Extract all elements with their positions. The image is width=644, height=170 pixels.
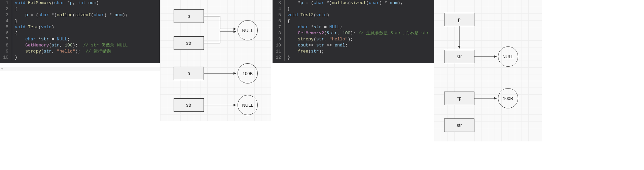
code-line: 3 *p = (char *)malloc(sizeof(char) * num… (273, 0, 434, 6)
line-number: 5 (0, 24, 12, 30)
line-number: 1 (0, 0, 12, 6)
code-text: } (15, 55, 160, 61)
line-number: 11 (273, 48, 285, 55)
code-text: strcpy(str, "hello"); (287, 36, 434, 42)
code-text: } (15, 18, 160, 24)
line-number: 4 (273, 6, 285, 12)
code-text: GetMemory(str, 100); // str 仍然为 NULL (15, 42, 160, 48)
code-line: 6{ (0, 30, 160, 36)
diagram-circle-100b: 100B (498, 88, 518, 108)
code-line: 2{ (0, 6, 160, 12)
code-text: { (15, 30, 160, 36)
code-line: 9 strcpy(str, "hello"); // 运行错误 (0, 48, 160, 55)
scrollbar-track[interactable]: ◂ (0, 67, 160, 71)
code-line: 5void Test2(void) (273, 12, 434, 18)
code-text: void Test(void) (15, 24, 160, 30)
code-line: 12} (273, 55, 434, 61)
diagram-circle-null: NULL (498, 46, 518, 67)
code-block-left: 1void GetMemory(char *p, int num)2{3 p =… (0, 0, 160, 63)
diagram-box-star-p: *p (444, 92, 474, 105)
svg-marker-1 (234, 30, 236, 33)
code-line: 8 GetMemory2(&str, 100); // 注意参数是 &str，而… (273, 30, 434, 36)
code-text: free(str); (287, 48, 434, 55)
code-text: p = (char *)malloc(sizeof(char) * num); (15, 12, 160, 18)
diagram-box-str: str (174, 98, 204, 112)
diagram-box-str: str (444, 118, 474, 132)
line-number: 9 (273, 36, 285, 42)
code-line: 3 p = (char *)malloc(sizeof(char) * num)… (0, 12, 160, 18)
line-number: 4 (0, 18, 12, 24)
diagram-circle-100b: 100B (238, 63, 258, 83)
svg-marker-9 (494, 55, 497, 58)
code-text: char *str = NULL; (15, 36, 160, 42)
code-text: GetMemory2(&str, 100); // 注意参数是 &str，而不是… (287, 30, 434, 36)
line-number: 7 (0, 36, 12, 42)
code-text: } (287, 55, 434, 61)
code-line: 7 char *str = NULL; (0, 36, 160, 42)
code-text: { (15, 6, 160, 12)
code-line: 5void Test(void) (0, 24, 160, 30)
code-line: 1void GetMemory(char *p, int num) (0, 0, 160, 6)
svg-marker-11 (494, 97, 497, 100)
diagram-circle-null: NULL (238, 95, 258, 115)
code-line: 10 cout<< str << endl; (273, 42, 434, 48)
line-number: 3 (0, 12, 12, 18)
line-number: 8 (273, 30, 285, 36)
code-text: { (287, 18, 434, 24)
code-line: 10} (0, 55, 160, 61)
code-text: char *str = NULL; (287, 24, 434, 30)
line-number: 5 (273, 12, 285, 18)
code-line: 7 char *str = NULL; (273, 24, 434, 30)
line-number: 7 (273, 24, 285, 30)
line-number: 12 (273, 55, 285, 61)
code-text: } (287, 6, 434, 12)
line-number: 8 (0, 42, 12, 48)
svg-marker-0 (234, 28, 236, 30)
code-line: 11 free(str); (273, 48, 434, 55)
line-number: 9 (0, 48, 12, 55)
diagram-box-p: p (444, 13, 474, 26)
diagram-circle-null: NULL (238, 20, 258, 40)
line-number: 6 (273, 18, 285, 24)
svg-marker-5 (234, 104, 236, 106)
diagram-box-str: str (444, 50, 474, 63)
code-line: 4} (273, 6, 434, 12)
line-number: 2 (0, 6, 12, 12)
code-text: void GetMemory(char *p, int num) (15, 0, 160, 6)
diagram-box-p: p (174, 9, 204, 23)
code-text: strcpy(str, "hello"); // 运行错误 (15, 48, 160, 55)
line-number: 10 (0, 55, 12, 61)
code-line: 8 GetMemory(str, 100); // str 仍然为 NULL (0, 42, 160, 48)
code-line: 6{ (273, 18, 434, 24)
code-text: *p = (char *)malloc(sizeof(char) * num); (287, 0, 434, 6)
line-number: 6 (0, 30, 12, 36)
diagram-box-p: p (174, 67, 204, 80)
diagram-right: p str NULL *p 100B str (434, 0, 542, 141)
code-line: 4} (0, 18, 160, 24)
scroll-left-icon[interactable]: ◂ (1, 66, 3, 71)
code-text: void Test2(void) (287, 12, 434, 18)
diagram-box-str: str (174, 36, 204, 50)
code-text: cout<< str << endl; (287, 42, 434, 48)
line-number: 3 (273, 0, 285, 6)
code-block-right: 3 *p = (char *)malloc(sizeof(char) * num… (273, 0, 434, 63)
line-number: 10 (273, 42, 285, 48)
diagram-left: p str NULL p 100B str NULL (160, 0, 271, 121)
svg-marker-3 (234, 72, 236, 75)
svg-marker-7 (458, 46, 461, 48)
code-line: 9 strcpy(str, "hello"); (273, 36, 434, 42)
